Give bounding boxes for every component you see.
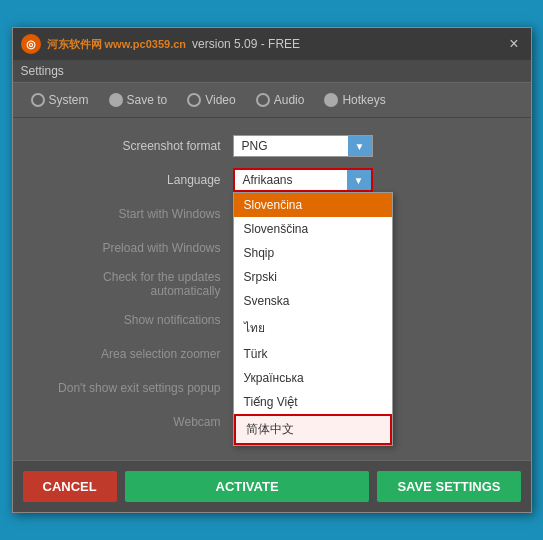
system-icon: [31, 93, 45, 107]
settings-bar: Settings: [13, 60, 531, 83]
tab-audio-label: Audio: [274, 93, 305, 107]
row-language: Language Afrikaans ▼ Slovenčina Slovenšč…: [33, 168, 511, 192]
control-language: Afrikaans ▼ Slovenčina Slovenščina Shqip…: [233, 168, 511, 192]
footer: CANCEL ACTIVATE SAVE SETTINGS: [13, 460, 531, 512]
saveto-icon: [109, 93, 123, 107]
tab-system-label: System: [49, 93, 89, 107]
app-icon: ◎: [21, 34, 41, 54]
title-bar: ◎ 河东软件网 www.pc0359.cn version 5.09 - FRE…: [13, 28, 531, 60]
screenshot-format-arrow: ▼: [348, 136, 372, 156]
content-area: Screenshot format PNG ▼ Language Afrikaa…: [13, 118, 531, 460]
tabs-bar: System Save to Video Audio Hotkeys: [13, 83, 531, 118]
label-preload-windows: Preload with Windows: [33, 241, 233, 255]
window-title: version 5.09 - FREE: [192, 37, 300, 51]
label-start-windows: Start with Windows: [33, 207, 233, 221]
tab-video-label: Video: [205, 93, 235, 107]
title-bar-left: ◎ 河东软件网 www.pc0359.cn version 5.09 - FRE…: [21, 34, 301, 54]
hotkeys-icon: [324, 93, 338, 107]
close-button[interactable]: ×: [505, 34, 522, 54]
dropdown-item-6[interactable]: Türk: [234, 342, 392, 366]
row-screenshot-format: Screenshot format PNG ▼: [33, 134, 511, 158]
cancel-button[interactable]: CANCEL: [23, 471, 117, 502]
label-area-zoomer: Area selection zoomer: [33, 347, 233, 361]
audio-icon: [256, 93, 270, 107]
dropdown-item-7[interactable]: Українська: [234, 366, 392, 390]
activate-button[interactable]: ACTIVATE: [125, 471, 370, 502]
language-arrow: ▼: [347, 170, 371, 190]
screenshot-format-value[interactable]: PNG ▼: [233, 135, 373, 157]
tab-saveto[interactable]: Save to: [101, 89, 176, 111]
tab-hotkeys-label: Hotkeys: [342, 93, 385, 107]
label-language: Language: [33, 173, 233, 187]
tab-hotkeys[interactable]: Hotkeys: [316, 89, 393, 111]
language-value[interactable]: Afrikaans ▼: [233, 168, 373, 192]
tab-audio[interactable]: Audio: [248, 89, 313, 111]
label-show-notifications: Show notifications: [33, 313, 233, 327]
settings-label: Settings: [21, 64, 64, 78]
tab-saveto-label: Save to: [127, 93, 168, 107]
settings-window: ◎ 河东软件网 www.pc0359.cn version 5.09 - FRE…: [12, 27, 532, 513]
dropdown-item-9[interactable]: 简体中文: [234, 414, 392, 445]
dropdown-item-8[interactable]: Tiếng Việt: [234, 390, 392, 414]
dropdown-item-2[interactable]: Shqip: [234, 241, 392, 265]
dropdown-item-3[interactable]: Srpski: [234, 265, 392, 289]
save-settings-button[interactable]: SAVE SETTINGS: [377, 471, 520, 502]
dropdown-item-5[interactable]: ไทย: [234, 313, 392, 342]
label-no-exit-popup: Don't show exit settings popup: [33, 381, 233, 395]
label-webcam: Webcam: [33, 415, 233, 429]
screenshot-format-text: PNG: [242, 139, 268, 153]
label-screenshot-format: Screenshot format: [33, 139, 233, 153]
tab-system[interactable]: System: [23, 89, 97, 111]
dropdown-item-0[interactable]: Slovenčina: [234, 193, 392, 217]
select-screenshot-format[interactable]: PNG ▼: [233, 135, 373, 157]
dropdown-item-1[interactable]: Slovenščina: [234, 217, 392, 241]
tab-video[interactable]: Video: [179, 89, 243, 111]
language-dropdown: Slovenčina Slovenščina Shqip Srpski Sven…: [233, 192, 393, 446]
language-text: Afrikaans: [243, 173, 293, 187]
select-language[interactable]: Afrikaans ▼: [233, 168, 373, 192]
video-icon: [187, 93, 201, 107]
dropdown-item-4[interactable]: Svenska: [234, 289, 392, 313]
watermark-text: 河东软件网 www.pc0359.cn: [47, 37, 187, 52]
label-check-updates: Check for the updates automatically: [33, 270, 233, 298]
control-screenshot-format: PNG ▼: [233, 135, 511, 157]
